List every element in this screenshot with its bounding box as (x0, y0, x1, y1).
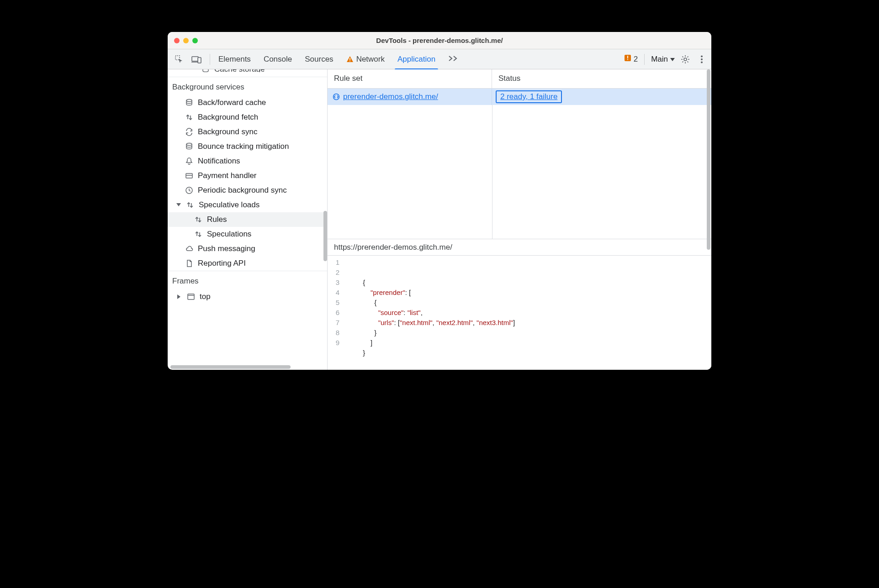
db-icon (185, 99, 193, 107)
tab-sources[interactable]: Sources (305, 49, 333, 69)
rules-table-body: prerender-demos.glitch.me/ 2 ready, 1 fa… (328, 89, 711, 239)
sidebar-item-background-fetch[interactable]: Background fetch (168, 110, 327, 125)
sidebar-item-speculations[interactable]: Speculations (168, 227, 327, 242)
rules-panel: Rule set Status prerender-demos.glitch.m… (328, 69, 711, 370)
bg-services-header: Background services (168, 77, 327, 95)
zoom-window-button[interactable] (192, 38, 198, 43)
issues-icon (624, 54, 631, 64)
svg-point-15 (186, 143, 192, 146)
db-icon (201, 69, 210, 72)
context-selector[interactable]: Main (651, 55, 675, 64)
svg-point-12 (701, 61, 703, 63)
clock-icon (185, 186, 193, 194)
main-vertical-scrollbar[interactable] (707, 69, 710, 250)
status-link[interactable]: 2 ready, 1 failure (500, 92, 557, 101)
svg-rect-5 (349, 61, 350, 62)
col-status-header[interactable]: Status (492, 69, 711, 88)
table-empty-area (328, 105, 711, 239)
devtools-window: DevTools - prerender-demos.glitch.me/ El… (168, 32, 711, 370)
devtools-tabbar: Elements Console Sources Network Applica… (168, 49, 711, 69)
svg-rect-4 (349, 58, 350, 60)
svg-point-11 (701, 58, 703, 60)
context-label: Main (651, 55, 668, 64)
issues-counter[interactable]: 2 (624, 54, 638, 64)
tab-overflow[interactable] (448, 49, 458, 69)
svg-point-10 (701, 55, 703, 57)
code-viewer[interactable]: 1 2 3 4 5 6 7 8 9 { "prerender": [ { "so… (328, 256, 711, 370)
db-icon (185, 142, 193, 151)
application-sidebar: Cache storage Background services Back/f… (168, 69, 328, 370)
svg-point-9 (684, 58, 687, 61)
tab-network[interactable]: Network (346, 49, 385, 69)
sidebar-item-back-forward-cache[interactable]: Back/forward cache (168, 95, 327, 110)
frames-header: Frames (168, 271, 327, 289)
sidebar-item-speculative-loads[interactable]: Speculative loads (168, 198, 327, 212)
code-icon (332, 93, 340, 101)
frame-icon (187, 293, 195, 301)
card-icon (185, 172, 193, 180)
svg-rect-1 (192, 57, 198, 61)
warning-icon (346, 56, 354, 63)
sidebar-item-background-sync[interactable]: Background sync (168, 125, 327, 139)
inspect-element-icon[interactable] (173, 53, 185, 65)
rules-table-row[interactable]: prerender-demos.glitch.me/ 2 ready, 1 fa… (328, 89, 711, 105)
ruleset-link[interactable]: prerender-demos.glitch.me/ (343, 92, 438, 101)
svg-point-14 (186, 100, 192, 102)
tab-console[interactable]: Console (264, 49, 292, 69)
sidebar-item-notifications[interactable]: Notifications (168, 154, 327, 168)
sidebar-item-push-messaging[interactable]: Push messaging (168, 242, 327, 256)
sync-icon (185, 128, 193, 136)
updown-icon (194, 215, 202, 224)
code-panel-header: https://prerender-demos.glitch.me/ (328, 239, 711, 256)
more-menu-icon[interactable] (696, 53, 708, 65)
sidebar-horizontal-scrollbar[interactable] (170, 365, 324, 369)
svg-rect-7 (627, 56, 628, 58)
cloud-icon (185, 245, 193, 253)
rules-table-header: Rule set Status (328, 69, 711, 89)
divider (644, 54, 645, 65)
svg-rect-19 (188, 294, 194, 299)
bell-icon (185, 157, 193, 165)
minimize-window-button[interactable] (183, 38, 189, 43)
sidebar-item-payment-handler[interactable]: Payment handler (168, 168, 327, 183)
sidebar-item-rules[interactable]: Rules (168, 212, 327, 227)
svg-rect-16 (186, 173, 192, 178)
tab-elements[interactable]: Elements (218, 49, 251, 69)
device-toolbar-icon[interactable] (191, 53, 202, 65)
sidebar-item-periodic-bg-sync[interactable]: Periodic background sync (168, 183, 327, 198)
svg-rect-8 (627, 59, 628, 60)
frame-top[interactable]: top (168, 289, 327, 304)
traffic-lights (174, 38, 198, 43)
code-gutter: 1 2 3 4 5 6 7 8 9 (328, 256, 343, 370)
sidebar-item-reporting-api[interactable]: Reporting API (168, 256, 327, 271)
chevron-double-right-icon (448, 55, 458, 64)
window-title: DevTools - prerender-demos.glitch.me/ (168, 37, 711, 44)
sidebar-item-bounce-tracking[interactable]: Bounce tracking mitigation (168, 139, 327, 154)
triangle-down-icon (670, 55, 675, 64)
window-titlebar: DevTools - prerender-demos.glitch.me/ (168, 32, 711, 49)
tab-application[interactable]: Application (397, 49, 435, 69)
sidebar-item-cache-storage[interactable]: Cache storage (168, 69, 327, 72)
code-content: { "prerender": [ { "source": "list", "ur… (343, 256, 519, 370)
doc-icon (185, 259, 193, 268)
svg-rect-3 (198, 58, 201, 63)
triangle-right-icon (176, 294, 182, 299)
triangle-down-icon (176, 203, 181, 207)
close-window-button[interactable] (174, 38, 180, 43)
updown-icon (186, 201, 194, 209)
issues-count: 2 (634, 55, 638, 64)
gear-icon[interactable] (679, 53, 691, 65)
divider (210, 54, 210, 65)
updown-icon (194, 230, 202, 238)
col-ruleset-header[interactable]: Rule set (328, 69, 492, 88)
updown-icon (185, 113, 193, 121)
